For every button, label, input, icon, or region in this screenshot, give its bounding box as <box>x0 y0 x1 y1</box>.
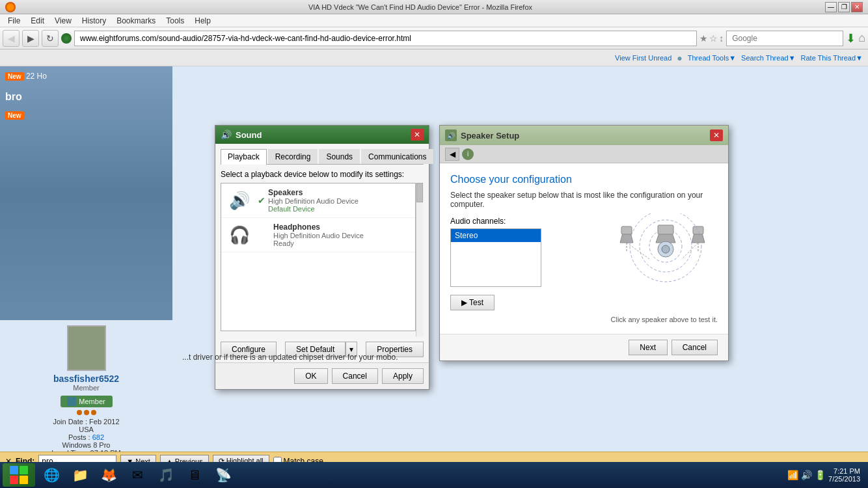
bookmark-icon[interactable]: ★ <box>699 33 708 44</box>
back-button[interactable]: ◀ <box>3 30 20 47</box>
menu-view[interactable]: View <box>49 15 77 27</box>
audio-channels-label: Audio channels: <box>450 217 603 226</box>
sound-dialog-footer: OK Cancel Apply <box>215 362 429 389</box>
taskbar-apps: 🌐 📁 🦊 ✉ 🎵 🖥 📡 <box>38 463 237 487</box>
browser-toolbar: View First Unread ● Thread Tools▼ Search… <box>0 49 868 66</box>
device-list: 🔊 ✔ Speakers High Definition Audio Devic… <box>221 183 416 331</box>
new-badge-2: New <box>5 111 24 120</box>
firefox-taskbar-icon: 🦊 <box>101 467 117 483</box>
restore-button[interactable]: ❐ <box>838 2 850 12</box>
channel-71[interactable] <box>451 250 541 254</box>
forward-button[interactable]: ▶ <box>22 30 39 47</box>
speaker-dialog-close[interactable]: ✕ <box>710 129 723 141</box>
explorer-icon: 📁 <box>72 467 88 483</box>
location-icon[interactable]: ↕ <box>719 33 724 44</box>
title-bar: VIA HD Vdeck "We Can't Find HD Audio Dev… <box>0 0 868 14</box>
nav-bar: ◀ ▶ ↻ ★ ☆ ↕ ⬇ ⌂ <box>0 27 868 49</box>
speaker-content: Audio channels: Stereo ▶ Test <box>450 217 718 310</box>
device-headphones[interactable]: 🎧 Headphones High Definition Audio Devic… <box>221 218 415 252</box>
channel-stereo[interactable]: Stereo <box>451 229 541 242</box>
svg-rect-10 <box>658 225 673 234</box>
menu-tools[interactable]: Tools <box>161 15 189 27</box>
taskbar-firefox[interactable]: 🦊 <box>95 463 122 487</box>
address-bar[interactable] <box>74 31 697 46</box>
sound-dialog-title: Sound <box>236 130 262 140</box>
star-icon[interactable]: ☆ <box>709 33 718 44</box>
speaker-titlebar: 🔊 Speaker Setup ✕ <box>440 126 728 145</box>
menu-history[interactable]: History <box>77 15 111 27</box>
menu-help[interactable]: Help <box>189 15 216 27</box>
view-first-unread-link[interactable]: View First Unread <box>615 54 671 62</box>
member-dots <box>5 410 167 415</box>
headphones-type: High Definition Audio Device <box>273 232 410 239</box>
svg-line-14 <box>682 243 698 259</box>
browser-window: VIA HD Vdeck "We Can't Find HD Audio Dev… <box>0 0 868 488</box>
taskbar-app6[interactable]: 🖥 <box>181 463 208 487</box>
member-username: bassfisher6522 <box>5 373 167 384</box>
taskbar-explorer[interactable]: 📁 <box>66 463 94 487</box>
win-quad-br <box>20 476 28 484</box>
speaker-subtitle: Select the speaker setup below that is m… <box>450 191 718 209</box>
forum-sidebar: New 22 Ho bro New bassfisher6522 Member … <box>0 66 172 488</box>
search-thread-link[interactable]: Search Thread▼ <box>741 54 795 62</box>
volume-icon: 🔊 <box>801 470 812 480</box>
sidebar-new2: New <box>0 108 172 122</box>
speaker-body: Choose your configuration Select the spe… <box>440 163 728 334</box>
device-list-scrollbar[interactable] <box>416 183 424 336</box>
audio-channels-section: Audio channels: Stereo ▶ Test <box>450 217 603 310</box>
menu-bar: File Edit View History Bookmarks Tools H… <box>0 14 868 27</box>
speaker-nav: ◀ i <box>440 145 728 163</box>
speaker-back-btn[interactable]: ◀ <box>445 148 459 161</box>
sound-dialog-close[interactable]: ✕ <box>411 129 424 141</box>
sidebar-top: New 22 Ho <box>0 66 172 86</box>
search-input[interactable] <box>726 31 843 46</box>
win-quad-bl <box>10 476 18 484</box>
speaker-setup-dialog: 🔊 Speaker Setup ✕ ◀ i Choose your config… <box>439 125 729 361</box>
minimize-button[interactable]: — <box>825 2 837 12</box>
start-button[interactable] <box>3 463 35 487</box>
close-button[interactable]: ✕ <box>851 2 863 12</box>
scrollbar-thumb[interactable] <box>416 183 423 202</box>
ie-icon: 🌐 <box>44 467 60 483</box>
apply-button[interactable]: Apply <box>382 368 424 384</box>
app7-icon: 📡 <box>215 467 232 483</box>
app6-icon: 🖥 <box>188 468 201 483</box>
sound-dialog-body: Playback Recording Sounds Communications… <box>215 144 429 362</box>
svg-rect-2 <box>621 226 632 234</box>
taskbar-media[interactable]: 🎵 <box>152 463 180 487</box>
member-role: Member <box>5 384 167 392</box>
window-controls: — ❐ ✕ <box>825 2 863 12</box>
test-button[interactable]: ▶ Test <box>450 295 495 310</box>
member-os: Windows 8 Pro <box>5 441 167 449</box>
sidebar-main-text: bro <box>0 86 172 108</box>
taskbar-mail[interactable]: ✉ <box>124 463 151 487</box>
menu-bookmarks[interactable]: Bookmarks <box>111 15 161 27</box>
speakers-info: Speakers High Definition Audio Device De… <box>268 188 410 213</box>
menu-file[interactable]: File <box>3 15 25 27</box>
home-btn[interactable]: ⌂ <box>858 31 865 45</box>
refresh-button[interactable]: ↻ <box>42 30 59 47</box>
nav-icons: ★ ☆ ↕ <box>699 33 724 44</box>
time-display: 7:21 PM <box>828 467 860 475</box>
speaker-diagram-svg <box>614 213 718 298</box>
taskbar-right: 📶 🔊 🔋 7:21 PM 7/25/2013 <box>787 467 865 483</box>
taskbar-app7[interactable]: 📡 <box>210 463 237 487</box>
cancel-button-sound[interactable]: Cancel <box>332 368 378 384</box>
rate-thread-link[interactable]: Rate This Thread▼ <box>801 54 863 62</box>
member-avatar <box>67 325 106 371</box>
menu-edit[interactable]: Edit <box>25 15 49 27</box>
download-icon[interactable]: ⬇ <box>846 31 856 46</box>
device-list-container: 🔊 ✔ Speakers High Definition Audio Devic… <box>221 183 424 336</box>
tab-sounds[interactable]: Sounds <box>319 149 360 164</box>
network-icon: 📶 <box>787 470 798 480</box>
tab-communications[interactable]: Communications <box>361 149 433 164</box>
tab-playback[interactable]: Playback <box>221 149 267 165</box>
tab-recording[interactable]: Recording <box>268 149 318 164</box>
ok-button[interactable]: OK <box>294 368 327 384</box>
device-list-spacer <box>221 252 415 331</box>
playback-instruction: Select a playback device below to modify… <box>221 170 424 179</box>
device-speakers[interactable]: 🔊 ✔ Speakers High Definition Audio Devic… <box>221 183 415 218</box>
taskbar-ie[interactable]: 🌐 <box>38 463 65 487</box>
click-hint: Click any speaker above to test it. <box>450 316 718 323</box>
thread-tools-link[interactable]: Thread Tools▼ <box>688 54 736 62</box>
